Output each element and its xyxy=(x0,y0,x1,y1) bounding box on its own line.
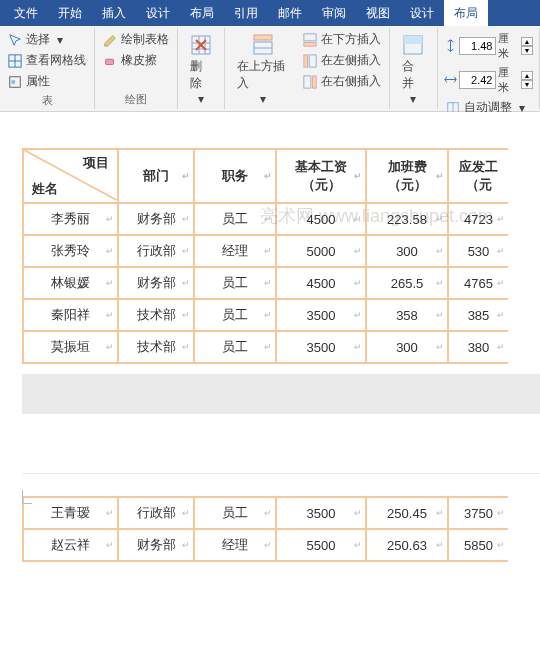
svg-rect-13 xyxy=(254,35,272,40)
table-row[interactable]: 李秀丽↵财务部↵员工↵4500↵223.58↵4723↵ xyxy=(23,203,508,235)
menu-文件[interactable]: 文件 xyxy=(4,0,48,26)
menu-引用[interactable]: 引用 xyxy=(224,0,268,26)
svg-rect-17 xyxy=(304,54,308,66)
salary-table[interactable]: 项目 姓名 部门↵ 职务↵ 基本工资（元）↵ 加班费（元）↵ 应发工（元 李秀丽… xyxy=(22,148,508,364)
draw-table-button[interactable]: 绘制表格 xyxy=(101,30,171,49)
ribbon: 选择 ▾ 查看网格线 属性 表 绘制表格 橡皮擦 绘图 删除▾ 在上方插入▾ 在… xyxy=(0,26,540,112)
svg-rect-16 xyxy=(310,54,317,66)
merge-button[interactable]: 合并▾ xyxy=(396,30,430,108)
table-row[interactable]: 赵云祥↵财务部↵经理↵5500↵250.63↵5850↵ xyxy=(23,529,508,561)
group-merge: 合并▾ xyxy=(390,28,437,109)
diagonal-header: 项目 姓名 xyxy=(23,149,118,203)
svg-rect-14 xyxy=(304,33,316,40)
salary-table-2[interactable]: 王青瑷↵行政部↵员工↵3500↵250.45↵3750↵赵云祥↵财务部↵经理↵5… xyxy=(22,496,508,562)
group-draw: 绘制表格 橡皮擦 绘图 xyxy=(95,28,178,109)
insert-left-button[interactable]: 在左侧插入 xyxy=(301,51,383,70)
svg-rect-4 xyxy=(12,80,16,84)
document-area[interactable]: 亮术网 www.liangshupet.com 项目 姓名 部门↵ 职务↵ 基本… xyxy=(0,112,540,562)
table-row[interactable]: 莫振垣↵技术部↵员工↵3500↵300↵380↵ xyxy=(23,331,508,363)
svg-rect-19 xyxy=(313,75,317,87)
row-height-input[interactable]: 1.48 xyxy=(459,37,497,55)
eraser-button[interactable]: 橡皮擦 xyxy=(101,51,171,70)
row-height-icon xyxy=(444,39,457,53)
col-dept: 部门↵ xyxy=(118,149,194,203)
col-role: 职务↵ xyxy=(194,149,276,203)
table-row[interactable]: 秦阳祥↵技术部↵员工↵3500↵358↵385↵ xyxy=(23,299,508,331)
col-width-stepper[interactable]: ▲▼ xyxy=(521,71,533,89)
menu-视图[interactable]: 视图 xyxy=(356,0,400,26)
menu-布局[interactable]: 布局 xyxy=(180,0,224,26)
menu-设计[interactable]: 设计 xyxy=(400,0,444,26)
table-row[interactable]: 王青瑷↵行政部↵员工↵3500↵250.45↵3750↵ xyxy=(23,497,508,529)
page-gap xyxy=(22,374,540,474)
table-row[interactable]: 张秀玲↵行政部↵经理↵5000↵300↵530↵ xyxy=(23,235,508,267)
menu-bar: 文件开始插入设计布局引用邮件审阅视图设计布局 xyxy=(0,0,540,26)
menu-设计[interactable]: 设计 xyxy=(136,0,180,26)
svg-rect-18 xyxy=(304,75,311,87)
group-table: 选择 ▾ 查看网格线 属性 表 xyxy=(0,28,95,109)
insert-below-button[interactable]: 在下方插入 xyxy=(301,30,383,49)
svg-rect-21 xyxy=(404,36,422,44)
menu-邮件[interactable]: 邮件 xyxy=(268,0,312,26)
insert-right-button[interactable]: 在右侧插入 xyxy=(301,72,383,91)
col-width-input[interactable]: 2.42 xyxy=(459,71,497,89)
delete-button[interactable]: 删除▾ xyxy=(184,30,218,108)
svg-rect-15 xyxy=(304,42,316,46)
col-ot: 加班费（元）↵ xyxy=(366,149,448,203)
group-label-table: 表 xyxy=(6,93,88,108)
properties-button[interactable]: 属性 xyxy=(6,72,88,91)
svg-rect-5 xyxy=(106,59,114,64)
table-row[interactable]: 林银媛↵财务部↵员工↵4500↵265.5↵4765↵ xyxy=(23,267,508,299)
select-button[interactable]: 选择 ▾ xyxy=(6,30,88,49)
menu-开始[interactable]: 开始 xyxy=(48,0,92,26)
menu-审阅[interactable]: 审阅 xyxy=(312,0,356,26)
col-base: 基本工资（元）↵ xyxy=(276,149,366,203)
menu-插入[interactable]: 插入 xyxy=(92,0,136,26)
view-gridlines-button[interactable]: 查看网格线 xyxy=(6,51,88,70)
group-rows-cols: 在上方插入▾ 在下方插入 在左侧插入 在右侧插入 行和列 xyxy=(225,28,390,109)
col-due: 应发工（元 xyxy=(448,149,508,203)
row-height-stepper[interactable]: ▲▼ xyxy=(521,37,533,55)
menu-布局[interactable]: 布局 xyxy=(444,0,488,26)
insert-above-button[interactable]: 在上方插入▾ xyxy=(231,30,295,108)
col-width-icon xyxy=(444,73,457,87)
group-delete: 删除▾ xyxy=(178,28,225,109)
group-cell-size: 1.48 厘米 ▲▼ 2.42 厘米 ▲▼ 自动调整 ▾ 单元格大小 xyxy=(438,28,540,109)
group-label-draw: 绘图 xyxy=(101,92,171,107)
